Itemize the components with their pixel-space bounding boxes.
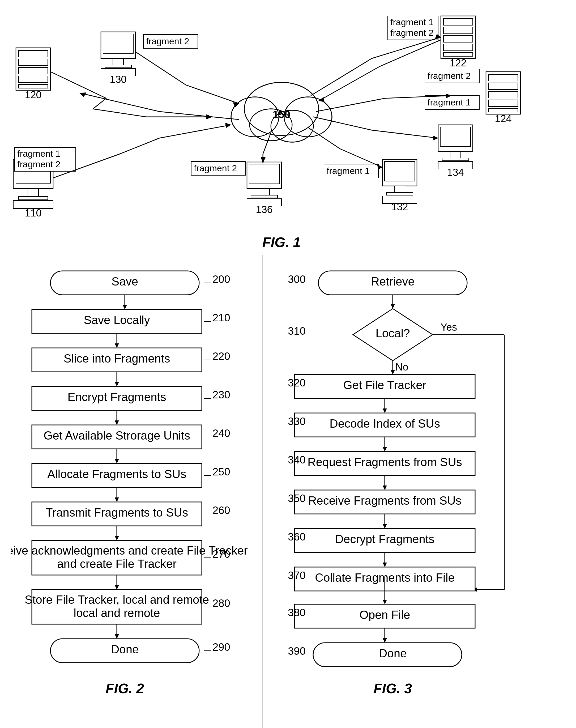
svg-text:fragment 2: fragment 2 xyxy=(428,71,471,81)
svg-text:Save Locally: Save Locally xyxy=(84,313,150,326)
svg-rect-22 xyxy=(19,197,48,200)
svg-rect-73 xyxy=(394,186,405,193)
svg-text:260: 260 xyxy=(212,504,230,516)
svg-text:124: 124 xyxy=(495,113,512,124)
node-132: 132 xyxy=(382,159,417,212)
flowcharts-area: Save 200 Save Locally 210 Slice into Fra… xyxy=(0,255,576,728)
svg-text:Receive Fragments from SUs: Receive Fragments from SUs xyxy=(308,494,461,507)
svg-text:Decrypt Fragments: Decrypt Fragments xyxy=(335,532,434,546)
svg-text:Yes: Yes xyxy=(440,322,457,333)
svg-marker-131 xyxy=(115,536,119,541)
fig3-flowchart: Retrieve 300 Local? 310 Yes No xyxy=(263,255,576,728)
node-122: 122 xyxy=(441,16,476,68)
svg-text:122: 122 xyxy=(450,57,466,68)
svg-text:200: 200 xyxy=(212,273,230,285)
svg-marker-165 xyxy=(391,370,395,375)
svg-text:300: 300 xyxy=(288,273,306,285)
svg-rect-39 xyxy=(251,195,278,198)
svg-text:150: 150 xyxy=(273,109,290,120)
svg-text:130: 130 xyxy=(110,74,126,85)
svg-rect-74 xyxy=(386,193,413,195)
svg-marker-88 xyxy=(433,136,438,140)
svg-text:Get Available Strorage Units: Get Available Strorage Units xyxy=(44,429,190,442)
svg-text:Save: Save xyxy=(112,275,138,288)
svg-marker-197 xyxy=(383,600,387,604)
svg-marker-202 xyxy=(383,638,387,643)
svg-text:120: 120 xyxy=(25,89,41,100)
svg-text:250: 250 xyxy=(212,466,230,477)
svg-rect-38 xyxy=(259,188,269,195)
svg-text:320: 320 xyxy=(288,377,306,388)
svg-rect-21 xyxy=(28,188,38,197)
svg-text:fragment 2: fragment 2 xyxy=(194,163,237,173)
svg-text:136: 136 xyxy=(256,204,272,215)
svg-text:270: 270 xyxy=(212,548,230,560)
svg-rect-68 xyxy=(442,158,469,161)
node-120: 120 xyxy=(16,48,51,100)
svg-text:fragment 1: fragment 1 xyxy=(327,166,370,176)
svg-text:fragment 2: fragment 2 xyxy=(17,159,61,169)
svg-text:local and remote: local and remote xyxy=(74,606,160,619)
svg-marker-101 xyxy=(115,343,119,348)
svg-text:134: 134 xyxy=(447,167,464,178)
svg-text:280: 280 xyxy=(212,597,230,609)
svg-marker-176 xyxy=(383,447,387,452)
svg-text:370: 370 xyxy=(288,570,306,581)
svg-text:240: 240 xyxy=(212,427,230,439)
svg-marker-171 xyxy=(383,408,387,413)
svg-text:and create File Tracker: and create File Tracker xyxy=(57,557,177,570)
svg-marker-191 xyxy=(383,562,387,567)
svg-text:220: 220 xyxy=(212,350,230,362)
node-124: 124 xyxy=(486,72,520,124)
svg-text:FIG. 1: FIG. 1 xyxy=(262,235,300,250)
svg-text:310: 310 xyxy=(288,325,306,337)
svg-text:360: 360 xyxy=(288,531,306,543)
svg-marker-95 xyxy=(123,305,127,310)
svg-text:Slice into Fragments: Slice into Fragments xyxy=(63,352,170,365)
svg-text:FIG. 2: FIG. 2 xyxy=(106,681,144,696)
fig1-diagram: 150 120 110 fragment 1 fragment 2 xyxy=(0,5,576,255)
svg-rect-65 xyxy=(438,125,473,151)
svg-rect-28 xyxy=(101,32,136,58)
svg-marker-80 xyxy=(225,123,231,128)
svg-text:fragment 1: fragment 1 xyxy=(428,97,471,107)
svg-marker-125 xyxy=(115,497,119,502)
svg-marker-113 xyxy=(115,420,119,425)
svg-marker-107 xyxy=(115,382,119,386)
svg-text:380: 380 xyxy=(288,607,306,618)
svg-text:Request Fragments from SUs: Request Fragments from SUs xyxy=(308,456,462,468)
svg-rect-67 xyxy=(450,151,461,158)
svg-text:Done: Done xyxy=(379,647,407,660)
svg-text:Get File Tracker: Get File Tracker xyxy=(343,378,427,391)
svg-text:Transmit Fragments to SUs: Transmit Fragments to SUs xyxy=(46,506,188,519)
svg-text:210: 210 xyxy=(212,312,230,323)
node-136: 136 xyxy=(247,162,282,215)
svg-text:230: 230 xyxy=(212,389,230,401)
svg-text:fragment 1: fragment 1 xyxy=(391,17,434,27)
svg-marker-186 xyxy=(383,524,387,528)
fig2-flowchart: Save 200 Save Locally 210 Slice into Fra… xyxy=(0,255,263,728)
svg-text:Local?: Local? xyxy=(375,327,410,340)
svg-rect-31 xyxy=(105,65,132,68)
svg-text:132: 132 xyxy=(391,201,408,212)
svg-marker-138 xyxy=(115,585,119,590)
svg-text:FIG. 3: FIG. 3 xyxy=(374,681,412,696)
svg-marker-82 xyxy=(80,92,86,97)
svg-rect-12 xyxy=(16,48,51,90)
svg-text:Receive acknowledgments
and cr: Receive acknowledgments and create File … xyxy=(10,544,248,557)
svg-marker-119 xyxy=(115,459,119,463)
svg-text:350: 350 xyxy=(288,492,306,504)
svg-text:fragment 1: fragment 1 xyxy=(17,148,61,158)
svg-rect-44 xyxy=(441,16,476,58)
svg-marker-181 xyxy=(383,486,387,490)
svg-rect-36 xyxy=(247,162,282,188)
svg-rect-71 xyxy=(382,159,417,186)
svg-text:Retrieve: Retrieve xyxy=(371,275,414,288)
svg-text:110: 110 xyxy=(25,207,41,219)
svg-text:330: 330 xyxy=(288,415,306,427)
svg-text:Done: Done xyxy=(111,643,139,656)
svg-text:fragment 2: fragment 2 xyxy=(391,28,434,38)
svg-text:Encrypt Fragments: Encrypt Fragments xyxy=(67,390,166,403)
svg-rect-30 xyxy=(113,58,123,65)
svg-text:Decode Index of SUs: Decode Index of SUs xyxy=(329,417,440,430)
